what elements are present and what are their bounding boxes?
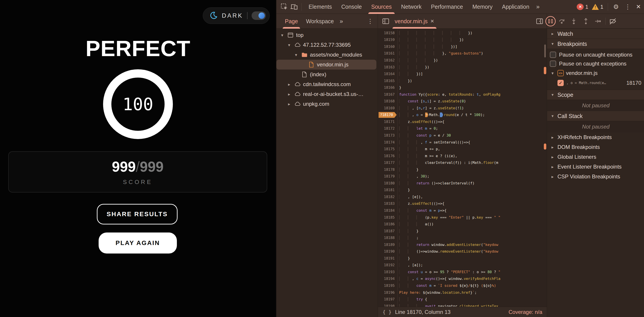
navigator-tab-workspace[interactable]: Workspace [302, 14, 338, 28]
share-results-button[interactable]: SHARE RESULTS [97, 204, 178, 224]
line-number[interactable]: 18198 [378, 303, 397, 307]
line-number[interactable]: 18196 [378, 289, 397, 296]
checkbox-checked[interactable]: ✓ [558, 80, 564, 86]
step-over-icon[interactable] [556, 16, 568, 26]
tree-item-vendor-min-js[interactable]: vendor.min.js [276, 60, 376, 70]
more-tabs-icon[interactable]: » [534, 3, 542, 10]
execution-position-marker[interactable] [440, 112, 443, 117]
console-warnings-badge[interactable]: ! 1 [592, 4, 603, 10]
disclosure-icon[interactable]: ▸ [286, 92, 292, 97]
line-number[interactable]: 18166 [378, 84, 397, 91]
line-number[interactable]: 18191 [378, 255, 397, 262]
close-devtools-icon[interactable]: ✕ [634, 3, 644, 10]
line-number[interactable]: 18185 [378, 214, 397, 221]
scrollbar-thumb[interactable] [544, 44, 546, 58]
line-number[interactable]: 18159 [378, 36, 397, 43]
toggle-debugger-sidebar-icon[interactable] [535, 16, 544, 26]
line-number[interactable]: 18163 [378, 64, 397, 71]
tab-network[interactable]: Network [396, 0, 426, 14]
pause-caught-row[interactable]: Pause on caught exceptions [547, 59, 644, 68]
line-number[interactable]: 18173 [378, 132, 397, 139]
disclosure-icon[interactable]: ▾ [286, 42, 292, 48]
line-number[interactable]: 18164 [378, 70, 397, 77]
line-number[interactable]: 18160 [378, 43, 397, 50]
tab-sources[interactable]: Sources [366, 0, 396, 14]
editor-scrollbar[interactable] [544, 29, 547, 307]
line-number[interactable]: 18178 [378, 166, 397, 173]
disclosure-icon[interactable]: ▸ [286, 82, 292, 87]
line-number[interactable]: 18165 [378, 77, 397, 84]
line-number[interactable]: 18183 [378, 200, 397, 207]
pause-uncaught-row[interactable]: Pause on uncaught exceptions [547, 50, 644, 59]
tab-memory[interactable]: Memory [468, 0, 497, 14]
line-number[interactable]: 18188 [378, 234, 397, 241]
line-number[interactable]: 18192 [378, 262, 397, 269]
tab-elements[interactable]: Elements [304, 0, 336, 14]
line-number[interactable]: 18195 [378, 282, 397, 289]
line-number[interactable]: 18172 [378, 125, 397, 132]
play-again-button[interactable]: PLAY AGAIN [98, 232, 177, 254]
breakpoints-section-header[interactable]: ▾ Breakpoints [547, 39, 644, 49]
deactivate-breakpoints-icon[interactable] [607, 16, 619, 26]
tab-performance[interactable]: Performance [426, 0, 468, 14]
step-into-icon[interactable] [568, 16, 580, 26]
line-number[interactable]: 18174 [378, 139, 397, 146]
tree-item-top[interactable]: ▾top [276, 30, 378, 40]
line-number[interactable]: 18181 [378, 187, 397, 194]
line-number[interactable]: 18179 [378, 173, 397, 180]
call-stack-section-header[interactable]: ▾ Call Stack [547, 111, 644, 121]
checkbox-unchecked[interactable] [550, 60, 556, 67]
close-tab-icon[interactable]: ✕ [430, 18, 434, 24]
tree-item-cdn-tailwindcss-com[interactable]: ▸cdn.tailwindcss.com [276, 79, 378, 89]
breakpoint-entry[interactable]: ✓ , o = Math.round(e… 18170 [547, 78, 644, 88]
section-xhr-fetch-breakpoints[interactable]: ▸XHR/fetch Breakpoints [547, 132, 644, 142]
line-number[interactable]: 18194 [378, 276, 397, 282]
line-number[interactable]: 18168 [378, 98, 397, 104]
line-number[interactable]: 18162 [378, 57, 397, 64]
section-dom-breakpoints[interactable]: ▸DOM Breakpoints [547, 142, 644, 152]
line-number[interactable]: 18190 [378, 248, 397, 255]
pause-script-button[interactable] [546, 16, 556, 26]
disclosure-icon[interactable]: ▸ [286, 102, 292, 107]
line-number[interactable]: 18197 [378, 296, 397, 303]
line-number[interactable]: 18184 [378, 207, 397, 214]
section-global-listeners[interactable]: ▸Global Listeners [547, 152, 644, 162]
pretty-print-icon[interactable]: { } [382, 309, 392, 315]
device-toolbar-icon[interactable] [289, 2, 299, 12]
line-number[interactable]: 18187 [378, 228, 397, 234]
line-number[interactable]: 18169 [378, 104, 397, 112]
disclosure-icon[interactable]: ▾ [294, 52, 299, 58]
line-number[interactable]: 18182 [378, 193, 397, 200]
more-tabs-icon[interactable]: » [338, 18, 345, 25]
tab-application[interactable]: Application [497, 0, 534, 14]
kebab-menu-icon[interactable]: ⋮ [622, 3, 634, 10]
line-number[interactable]: 18180 [378, 180, 397, 187]
tree-item--index-[interactable]: (index) [276, 70, 378, 79]
line-number[interactable]: 18186 [378, 221, 397, 228]
hide-navigator-icon[interactable] [381, 16, 391, 26]
line-number[interactable]: 18189 [378, 241, 397, 248]
watch-section-header[interactable]: ▸ Watch [547, 29, 644, 39]
section-csp-violation-breakpoints[interactable]: ▸CSP Violation Breakpoints [547, 172, 644, 182]
line-number[interactable]: 18161 [378, 50, 397, 57]
dark-mode-toggle[interactable] [252, 12, 266, 20]
editor-tab-vendor-min-js[interactable]: vendor.min.js ✕ [391, 14, 438, 28]
line-number[interactable]: 18171 [378, 118, 397, 125]
tree-item-assets-node-modules[interactable]: ▾assets/node_modules [276, 50, 378, 60]
settings-gear-icon[interactable]: ⚙ [610, 3, 622, 10]
line-number[interactable]: ?18170 [378, 112, 397, 118]
checkbox-unchecked[interactable] [550, 52, 556, 58]
section-event-listener-breakpoints[interactable]: ▸Event Listener Breakpoints [547, 162, 644, 172]
line-number[interactable]: 18176 [378, 152, 397, 160]
breakpoint-file-group[interactable]: ▾ <> vendor.min.js [547, 68, 644, 78]
step-out-icon[interactable] [580, 16, 592, 26]
scope-section-header[interactable]: ▾ Scope [547, 90, 644, 100]
line-number[interactable]: 18158 [378, 30, 397, 36]
line-number[interactable]: 18167 [378, 91, 397, 98]
step-icon[interactable] [592, 16, 604, 26]
inspect-element-icon[interactable] [280, 2, 289, 12]
line-number[interactable]: 18175 [378, 146, 397, 152]
tree-item-47-122-52-77-33695[interactable]: ▾47.122.52.77:33695 [276, 40, 378, 50]
inline-breakpoint-marker[interactable]: ? [425, 112, 428, 117]
tree-item-real-or-ai-bucket-s3-us-[interactable]: ▸real-or-ai-bucket.s3.us-… [276, 89, 378, 99]
